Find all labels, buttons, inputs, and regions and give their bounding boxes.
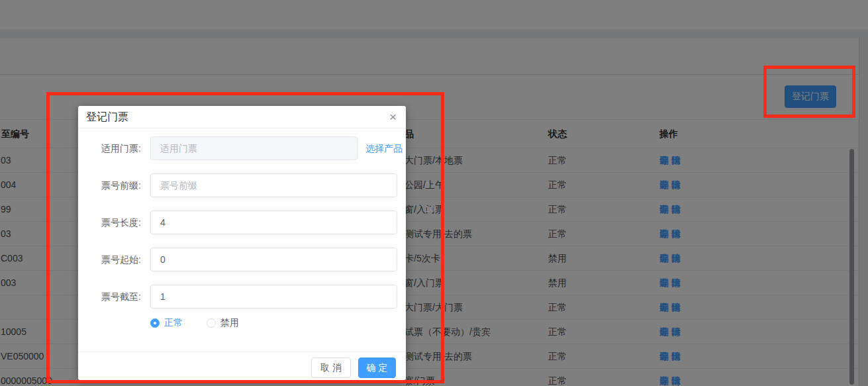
- select-product-link[interactable]: 选择产品: [365, 136, 403, 160]
- dialog-title: 登记门票: [86, 106, 128, 128]
- ticket-start-label: 票号起始:: [78, 248, 141, 271]
- confirm-button[interactable]: 确 定: [358, 358, 396, 378]
- applicable-ticket-input[interactable]: [150, 136, 358, 160]
- dialog-header: 登记门票 ×: [78, 106, 406, 128]
- radio-normal[interactable]: 正常: [150, 317, 183, 329]
- screen: 登记门票 至编号 品 状态 操作 03 大门票/本地票 正常 编 辑删 除详 情…: [0, 0, 868, 386]
- cancel-button[interactable]: 取 消: [311, 358, 351, 378]
- close-icon[interactable]: ×: [387, 106, 399, 128]
- ticket-end-label: 票号截至:: [78, 285, 141, 309]
- radio-normal-label: 正常: [164, 317, 183, 329]
- char-counter: 0 / 10: [425, 173, 434, 221]
- applicable-ticket-label: 适用门票:: [78, 136, 141, 160]
- ticket-start-input[interactable]: [150, 248, 397, 271]
- radio-unselected-icon: [207, 318, 216, 328]
- register-ticket-dialog: 登记门票 × 适用门票: 选择产品 票号前缀: 0 / 10 票号长度: 票号起…: [78, 106, 406, 380]
- radio-disabled-label: 禁用: [220, 317, 239, 329]
- ticket-length-input[interactable]: [150, 211, 397, 234]
- ticket-prefix-label: 票号前缀:: [78, 173, 141, 197]
- ticket-end-input[interactable]: [150, 285, 397, 309]
- radio-selected-icon: [150, 318, 160, 328]
- radio-disabled[interactable]: 禁用: [207, 317, 239, 329]
- ticket-prefix-input[interactable]: [150, 173, 397, 197]
- status-radio-group: 正常 禁用: [150, 316, 239, 330]
- ticket-length-label: 票号长度:: [78, 211, 141, 234]
- dialog-footer: 取 消 确 定: [78, 352, 406, 381]
